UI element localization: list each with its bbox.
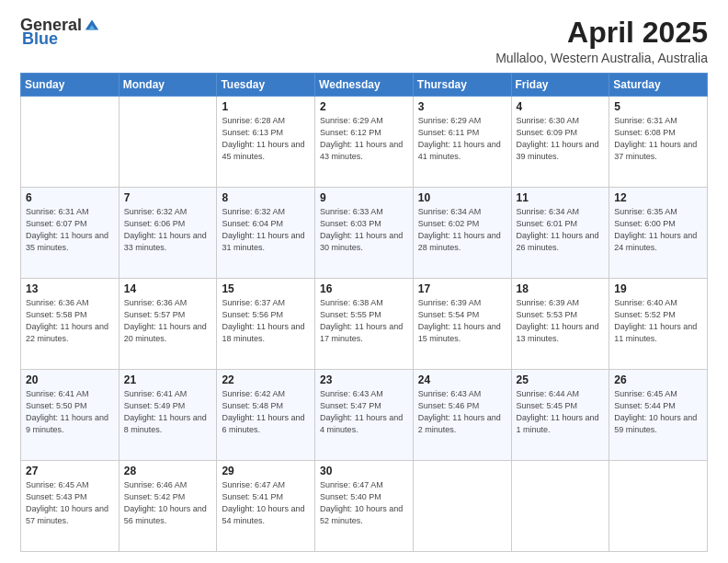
day-info: Sunrise: 6:39 AMSunset: 5:53 PMDaylight:… <box>517 297 605 345</box>
day-number: 13 <box>26 282 114 295</box>
header: General Blue April 2025 Mullaloo, Wester… <box>20 17 708 65</box>
day-info: Sunrise: 6:31 AMSunset: 6:08 PMDaylight:… <box>614 115 702 163</box>
table-row: 23Sunrise: 6:43 AMSunset: 5:47 PMDayligh… <box>315 370 414 461</box>
location: Mullaloo, Western Australia, Australia <box>495 51 708 65</box>
table-row: 29Sunrise: 6:47 AMSunset: 5:41 PMDayligh… <box>217 461 315 552</box>
logo: General Blue <box>20 17 100 49</box>
col-sunday: Sunday <box>21 74 119 97</box>
day-number: 20 <box>26 373 114 386</box>
day-number: 15 <box>222 282 310 295</box>
table-row: 6Sunrise: 6:31 AMSunset: 6:07 PMDaylight… <box>21 188 119 279</box>
day-info: Sunrise: 6:36 AMSunset: 5:57 PMDaylight:… <box>124 297 212 345</box>
calendar-week-row: 27Sunrise: 6:45 AMSunset: 5:43 PMDayligh… <box>21 461 708 552</box>
table-row: 25Sunrise: 6:44 AMSunset: 5:45 PMDayligh… <box>511 370 609 461</box>
col-monday: Monday <box>119 74 217 97</box>
day-info: Sunrise: 6:43 AMSunset: 5:46 PMDaylight:… <box>418 388 506 436</box>
day-number: 30 <box>320 465 408 477</box>
day-number: 22 <box>222 373 310 386</box>
calendar-header-row: Sunday Monday Tuesday Wednesday Thursday… <box>21 74 708 97</box>
day-number: 2 <box>320 100 408 113</box>
title-area: April 2025 Mullaloo, Western Australia, … <box>495 17 708 65</box>
day-info: Sunrise: 6:42 AMSunset: 5:48 PMDaylight:… <box>222 388 310 436</box>
col-tuesday: Tuesday <box>217 74 315 97</box>
day-number: 12 <box>614 191 702 204</box>
table-row: 8Sunrise: 6:32 AMSunset: 6:04 PMDaylight… <box>217 188 315 279</box>
day-number: 23 <box>320 373 408 386</box>
table-row <box>119 97 217 188</box>
day-number: 4 <box>517 100 605 113</box>
day-info: Sunrise: 6:43 AMSunset: 5:47 PMDaylight:… <box>320 388 408 436</box>
day-number: 1 <box>222 100 310 113</box>
table-row <box>609 461 708 552</box>
day-info: Sunrise: 6:44 AMSunset: 5:45 PMDaylight:… <box>517 388 605 436</box>
logo-blue-text: Blue <box>22 29 58 49</box>
day-info: Sunrise: 6:32 AMSunset: 6:04 PMDaylight:… <box>222 206 310 254</box>
table-row: 24Sunrise: 6:43 AMSunset: 5:46 PMDayligh… <box>413 370 511 461</box>
table-row <box>21 97 119 188</box>
col-friday: Friday <box>511 74 609 97</box>
table-row: 20Sunrise: 6:41 AMSunset: 5:50 PMDayligh… <box>21 370 119 461</box>
day-number: 17 <box>418 282 506 295</box>
day-number: 21 <box>124 373 212 386</box>
day-number: 19 <box>614 282 702 295</box>
day-number: 26 <box>614 373 702 386</box>
table-row: 30Sunrise: 6:47 AMSunset: 5:40 PMDayligh… <box>315 461 414 552</box>
day-info: Sunrise: 6:37 AMSunset: 5:56 PMDaylight:… <box>222 297 310 345</box>
table-row: 21Sunrise: 6:41 AMSunset: 5:49 PMDayligh… <box>119 370 217 461</box>
day-info: Sunrise: 6:34 AMSunset: 6:01 PMDaylight:… <box>517 206 605 254</box>
calendar-week-row: 13Sunrise: 6:36 AMSunset: 5:58 PMDayligh… <box>21 279 708 370</box>
day-number: 28 <box>124 465 212 477</box>
day-info: Sunrise: 6:46 AMSunset: 5:42 PMDaylight:… <box>124 479 212 527</box>
table-row: 5Sunrise: 6:31 AMSunset: 6:08 PMDaylight… <box>609 97 708 188</box>
day-info: Sunrise: 6:47 AMSunset: 5:41 PMDaylight:… <box>222 479 310 527</box>
table-row: 22Sunrise: 6:42 AMSunset: 5:48 PMDayligh… <box>217 370 315 461</box>
table-row: 10Sunrise: 6:34 AMSunset: 6:02 PMDayligh… <box>413 188 511 279</box>
table-row: 14Sunrise: 6:36 AMSunset: 5:57 PMDayligh… <box>119 279 217 370</box>
day-number: 16 <box>320 282 408 295</box>
calendar-table: Sunday Monday Tuesday Wednesday Thursday… <box>20 73 708 552</box>
table-row: 16Sunrise: 6:38 AMSunset: 5:55 PMDayligh… <box>315 279 414 370</box>
table-row: 27Sunrise: 6:45 AMSunset: 5:43 PMDayligh… <box>21 461 119 552</box>
day-number: 25 <box>517 373 605 386</box>
table-row: 1Sunrise: 6:28 AMSunset: 6:13 PMDaylight… <box>217 97 315 188</box>
table-row: 2Sunrise: 6:29 AMSunset: 6:12 PMDaylight… <box>315 97 414 188</box>
table-row: 18Sunrise: 6:39 AMSunset: 5:53 PMDayligh… <box>511 279 609 370</box>
day-info: Sunrise: 6:28 AMSunset: 6:13 PMDaylight:… <box>222 115 310 163</box>
day-info: Sunrise: 6:35 AMSunset: 6:00 PMDaylight:… <box>614 206 702 254</box>
table-row: 12Sunrise: 6:35 AMSunset: 6:00 PMDayligh… <box>609 188 708 279</box>
day-number: 8 <box>222 191 310 204</box>
table-row: 11Sunrise: 6:34 AMSunset: 6:01 PMDayligh… <box>511 188 609 279</box>
day-number: 29 <box>222 465 310 477</box>
day-number: 5 <box>614 100 702 113</box>
month-title: April 2025 <box>495 17 708 49</box>
calendar-week-row: 1Sunrise: 6:28 AMSunset: 6:13 PMDaylight… <box>21 97 708 188</box>
day-number: 18 <box>517 282 605 295</box>
table-row: 17Sunrise: 6:39 AMSunset: 5:54 PMDayligh… <box>413 279 511 370</box>
col-wednesday: Wednesday <box>315 74 414 97</box>
table-row: 4Sunrise: 6:30 AMSunset: 6:09 PMDaylight… <box>511 97 609 188</box>
table-row: 3Sunrise: 6:29 AMSunset: 6:11 PMDaylight… <box>413 97 511 188</box>
day-info: Sunrise: 6:41 AMSunset: 5:50 PMDaylight:… <box>26 388 114 436</box>
table-row: 19Sunrise: 6:40 AMSunset: 5:52 PMDayligh… <box>609 279 708 370</box>
table-row: 9Sunrise: 6:33 AMSunset: 6:03 PMDaylight… <box>315 188 414 279</box>
day-number: 11 <box>517 191 605 204</box>
day-number: 14 <box>124 282 212 295</box>
day-info: Sunrise: 6:31 AMSunset: 6:07 PMDaylight:… <box>26 206 114 254</box>
day-info: Sunrise: 6:39 AMSunset: 5:54 PMDaylight:… <box>418 297 506 345</box>
day-info: Sunrise: 6:36 AMSunset: 5:58 PMDaylight:… <box>26 297 114 345</box>
table-row: 7Sunrise: 6:32 AMSunset: 6:06 PMDaylight… <box>119 188 217 279</box>
table-row: 15Sunrise: 6:37 AMSunset: 5:56 PMDayligh… <box>217 279 315 370</box>
table-row <box>413 461 511 552</box>
day-info: Sunrise: 6:32 AMSunset: 6:06 PMDaylight:… <box>124 206 212 254</box>
day-info: Sunrise: 6:29 AMSunset: 6:11 PMDaylight:… <box>418 115 506 163</box>
page: General Blue April 2025 Mullaloo, Wester… <box>0 0 728 563</box>
table-row: 28Sunrise: 6:46 AMSunset: 5:42 PMDayligh… <box>119 461 217 552</box>
day-info: Sunrise: 6:30 AMSunset: 6:09 PMDaylight:… <box>517 115 605 163</box>
day-number: 9 <box>320 191 408 204</box>
day-info: Sunrise: 6:34 AMSunset: 6:02 PMDaylight:… <box>418 206 506 254</box>
day-number: 7 <box>124 191 212 204</box>
day-info: Sunrise: 6:45 AMSunset: 5:43 PMDaylight:… <box>26 479 114 527</box>
day-info: Sunrise: 6:29 AMSunset: 6:12 PMDaylight:… <box>320 115 408 163</box>
calendar-week-row: 20Sunrise: 6:41 AMSunset: 5:50 PMDayligh… <box>21 370 708 461</box>
day-number: 6 <box>26 191 114 204</box>
